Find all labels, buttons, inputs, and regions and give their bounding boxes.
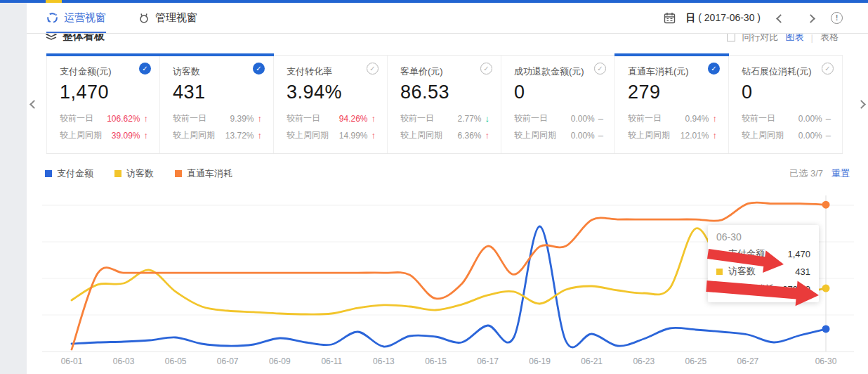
kpi-card[interactable]: 访客数✓431较前一日9.39%↑较上周同期13.72%↑ (160, 55, 274, 153)
compare-label: 较前一日 (173, 112, 206, 124)
legend-item[interactable]: 直通车消耗 (175, 167, 232, 180)
annotation-arrows (695, 246, 868, 311)
card-value: 0 (742, 82, 831, 103)
kpi-card[interactable]: 支付转化率✓3.94%较前一日94.26%↑较上周同期14.99%↑ (274, 55, 388, 153)
date-selector[interactable]: 日 ( 2017-06-30 ) (685, 12, 761, 25)
card-compare-row: 较前一日2.77%↓ (400, 112, 489, 124)
kpi-card-strip: 支付金额(元)✓1,470较前一日106.62%↑较上周同期39.09%↑访客数… (46, 55, 843, 154)
compare-value: 9.39% (230, 114, 254, 124)
trend-up-icon: ↑ (371, 130, 376, 141)
card-check-icon[interactable]: ✓ (367, 63, 379, 75)
x-axis-tick: 06-23 (633, 356, 655, 366)
x-axis-tick: 06-05 (165, 356, 187, 366)
card-accent-bar (614, 53, 729, 56)
kpi-card[interactable]: 客单价(元)✓86.53较前一日2.77%↓较上周同期6.36%↑ (388, 55, 501, 153)
cards-prev-arrow[interactable] (31, 98, 37, 110)
compare-value: 6.36% (457, 131, 481, 141)
legend-label: 直通车消耗 (187, 167, 232, 180)
card-title: 支付转化率 (287, 65, 376, 78)
compare-label: 较前一日 (60, 112, 93, 124)
card-title: 支付金额(元) (60, 65, 148, 78)
card-value: 0 (514, 82, 603, 103)
card-check-icon[interactable]: ✓ (139, 63, 151, 75)
compare-value: 39.09% (112, 131, 140, 141)
kpi-card[interactable]: 支付金额(元)✓1,470较前一日106.62%↑较上周同期39.09%↑ (46, 55, 160, 153)
tab-operations-view[interactable]: 运营视窗 (46, 3, 106, 33)
compare-label: 较上周同期 (287, 129, 329, 141)
compare-value: 0.00% (798, 114, 822, 124)
strip-yellow-segment (46, 0, 62, 3)
card-value: 279 (628, 82, 717, 103)
compare-label: 较前一日 (628, 112, 662, 124)
next-date-button[interactable] (801, 9, 821, 27)
watch-icon (138, 12, 150, 24)
card-compare-row: 较上周同期6.36%↑ (400, 129, 489, 141)
legend-item[interactable]: 支付金额 (45, 167, 93, 180)
legend-label: 访客数 (126, 167, 154, 180)
chart-legend-row: 支付金额访客数直通车消耗 已选 3/7 重置 (27, 165, 868, 183)
legend-items: 支付金额访客数直通车消耗 (45, 167, 254, 180)
card-check-icon[interactable]: ✓ (594, 63, 606, 75)
card-compare-row: 较前一日0.94%↑ (628, 112, 717, 124)
cards-next-arrow[interactable] (858, 98, 864, 110)
trend-up-icon: ↑ (485, 130, 490, 141)
date-granularity: 日 (685, 12, 695, 23)
compare-label: 较前一日 (742, 112, 775, 124)
card-accent-bar (159, 53, 274, 56)
x-axis-tick: 06-25 (685, 356, 706, 366)
card-compare-row: 较前一日94.26%↑ (287, 112, 376, 124)
trend-up-icon: ↑ (144, 130, 149, 141)
card-check-icon[interactable]: ✓ (480, 63, 492, 75)
prev-date-button[interactable] (770, 9, 791, 27)
kpi-card[interactable]: 成功退款金额(元)✓0较前一日0.00%–较上周同期0.00%– (501, 55, 615, 153)
compare-label: 较上周同期 (742, 129, 784, 141)
x-axis-tick: 06-09 (269, 356, 291, 366)
card-title: 访客数 (173, 65, 262, 78)
card-title: 客单价(元) (400, 65, 489, 78)
card-value: 3.94% (287, 82, 376, 103)
kpi-card[interactable]: 直通车消耗(元)✓279较前一日0.94%↑较上周同期12.01%↑ (615, 55, 729, 153)
card-check-icon[interactable]: ✓ (708, 63, 720, 75)
series-endpoint-dot (822, 201, 830, 209)
trend-up-icon: ↑ (371, 113, 376, 124)
peer-compare-checkbox[interactable] (727, 33, 735, 41)
card-compare-row: 较前一日106.62%↑ (60, 112, 148, 124)
compare-value: 14.99% (339, 131, 368, 141)
selected-count: 已选 3/7 (789, 167, 823, 180)
card-accent-bar (46, 53, 160, 56)
card-check-icon[interactable]: ✓ (822, 63, 834, 75)
calendar-icon[interactable] (664, 12, 676, 24)
card-compare-row: 较上周同期0.00%– (742, 129, 831, 141)
tab-management-view[interactable]: 管理视窗 (138, 3, 197, 33)
compare-value: 94.26% (339, 114, 368, 124)
legend-item[interactable]: 访客数 (114, 167, 154, 180)
card-title: 成功退款金额(元) (514, 65, 603, 78)
left-gutter (0, 3, 27, 374)
reset-link[interactable]: 重置 (831, 167, 850, 180)
compare-value: 0.00% (571, 131, 595, 141)
trend-up-icon: ↑ (258, 113, 263, 124)
info-icon[interactable]: ! (831, 12, 843, 24)
date-range: ( 2017-06-30 ) (698, 12, 761, 23)
trend-up-icon: ↑ (713, 130, 718, 141)
top-header: 运营视窗 管理视窗 日 ( 2017-06-30 ) ! (27, 3, 868, 34)
card-compare-row: 较上周同期0.00%– (514, 129, 603, 141)
browser-loading-strip (0, 0, 868, 3)
compare-value: 2.77% (457, 114, 481, 124)
red-annotation-arrow (706, 280, 819, 306)
kpi-card[interactable]: 钻石展位消耗(元)✓0较前一日0.00%–较上周同期0.00%– (729, 55, 843, 153)
card-compare-row: 较前一日0.00%– (514, 112, 603, 124)
legend-swatch (114, 170, 121, 177)
card-compare-row: 较上周同期13.72%↑ (173, 129, 262, 141)
card-title: 直通车消耗(元) (628, 65, 717, 78)
trend-up-icon: ↑ (258, 130, 263, 141)
trend-flat-icon: – (598, 130, 603, 141)
card-compare-row: 较前一日9.39%↑ (173, 112, 262, 124)
compare-value: 12.01% (680, 131, 709, 141)
x-axis-tick: 06-17 (477, 356, 499, 366)
card-check-icon[interactable]: ✓ (253, 63, 265, 75)
trend-flat-icon: – (826, 130, 831, 141)
compare-label: 较上周同期 (514, 129, 556, 141)
trend-up-icon: ↑ (713, 113, 718, 124)
compare-value: 0.94% (685, 114, 709, 124)
